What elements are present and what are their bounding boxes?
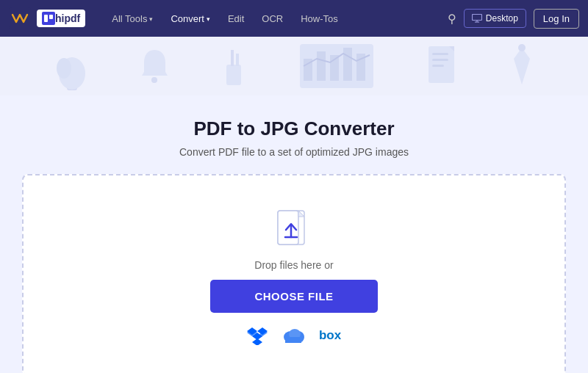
brand-wrapper: hipdf — [9, 7, 98, 29]
nav-right: ⚲ Desktop Log In — [448, 9, 579, 29]
page-title: PDF to JPG Converter — [193, 117, 394, 140]
desktop-button[interactable]: Desktop — [464, 9, 526, 28]
chart-decoration — [296, 40, 377, 92]
login-button[interactable]: Log In — [534, 9, 579, 29]
svg-rect-21 — [432, 53, 448, 55]
chevron-down-icon: ▾ — [149, 15, 153, 23]
svg-point-10 — [151, 77, 157, 83]
svg-rect-1 — [42, 12, 55, 25]
svg-rect-2 — [44, 15, 48, 22]
plant-decoration — [54, 40, 90, 92]
svg-rect-18 — [343, 48, 352, 81]
svg-rect-38 — [285, 337, 301, 343]
svg-rect-3 — [49, 15, 53, 19]
svg-rect-11 — [226, 65, 241, 85]
upload-icon — [275, 205, 313, 250]
nav-links: All Tools ▾ Convert ▾ Edit OCR How-Tos — [104, 9, 448, 29]
page-subtitle: Convert PDF file to a set of optimized J… — [179, 146, 409, 158]
wondershare-logo — [9, 7, 31, 29]
main-content: PDF to JPG Converter Convert PDF file to… — [0, 95, 588, 373]
svg-rect-23 — [432, 65, 444, 67]
search-icon[interactable]: ⚲ — [448, 12, 456, 26]
svg-point-24 — [518, 44, 526, 51]
dropbox-icon[interactable] — [247, 326, 268, 345]
edit-menu[interactable]: Edit — [220, 9, 251, 29]
all-tools-menu[interactable]: All Tools ▾ — [104, 9, 160, 29]
doc-decoration — [425, 44, 462, 88]
drop-text: Drop files here or — [254, 259, 333, 271]
ocr-menu[interactable]: OCR — [254, 9, 290, 29]
hero-decorations — [0, 37, 588, 95]
howtos-menu[interactable]: How-Tos — [293, 9, 345, 29]
pen-decoration — [509, 44, 535, 88]
dropzone: Drop files here or CHOOSE FILE box — [22, 174, 566, 373]
svg-point-9 — [57, 58, 71, 79]
svg-rect-22 — [432, 59, 448, 61]
convert-menu[interactable]: Convert ▾ — [163, 9, 218, 29]
pencil-decoration — [219, 46, 248, 87]
choose-file-button[interactable]: CHOOSE FILE — [210, 280, 377, 313]
svg-rect-16 — [317, 51, 326, 81]
google-drive-icon[interactable] — [282, 327, 304, 344]
svg-rect-0 — [9, 7, 31, 29]
svg-rect-4 — [472, 15, 481, 21]
svg-rect-12 — [231, 50, 234, 66]
hipdf-icon — [42, 12, 55, 25]
svg-marker-34 — [252, 338, 262, 345]
monitor-icon — [472, 14, 482, 23]
navbar: hipdf All Tools ▾ Convert ▾ Edit OCR How… — [0, 0, 588, 37]
cloud-icons: box — [247, 326, 341, 345]
box-icon[interactable]: box — [319, 328, 341, 343]
hipdf-text: hipdf — [55, 12, 80, 24]
hero-banner — [0, 37, 588, 95]
svg-rect-13 — [236, 54, 239, 66]
hipdf-logo[interactable]: hipdf — [37, 10, 85, 27]
chevron-down-icon: ▾ — [207, 15, 210, 23]
bell-decoration — [138, 46, 171, 87]
